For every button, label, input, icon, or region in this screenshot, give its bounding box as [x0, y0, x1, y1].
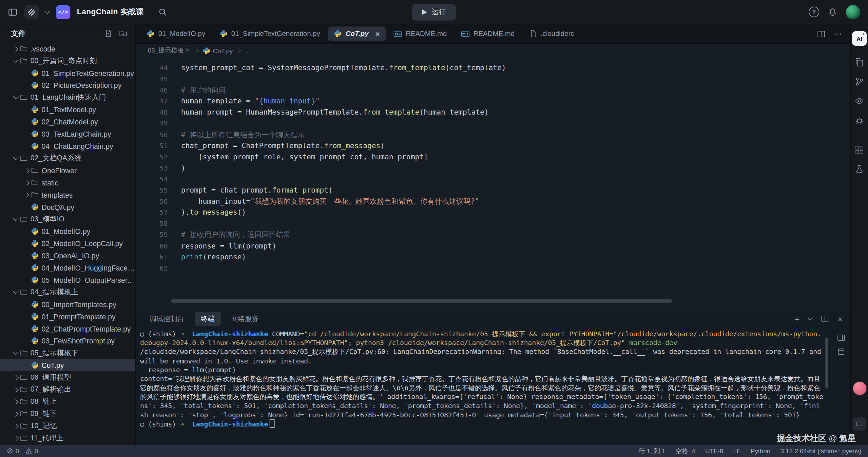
- editor-tab[interactable]: README.md: [387, 24, 454, 43]
- split-terminal-icon[interactable]: [821, 315, 829, 323]
- tree-item[interactable]: .vscode: [0, 43, 135, 55]
- tree-item[interactable]: 03_OpenAI_IO.py: [0, 250, 135, 262]
- editor-tab[interactable]: .cloudiderc: [522, 24, 581, 43]
- copy-files-icon[interactable]: [855, 56, 864, 68]
- close-panel-icon[interactable]: ×: [838, 315, 843, 323]
- preview-eye-icon[interactable]: [855, 95, 864, 107]
- panel-tab[interactable]: 网络服务: [225, 312, 265, 326]
- close-tab-icon[interactable]: ×: [375, 30, 380, 38]
- tree-item-label: 02_ModelIO_LoopCall.py: [41, 239, 122, 247]
- assistant-avatar-button[interactable]: [853, 382, 866, 395]
- breadcrumb-item[interactable]: 05_提示模板下: [148, 46, 190, 55]
- tree-item[interactable]: 07_解析输出: [0, 383, 135, 396]
- tree-item[interactable]: templates: [0, 189, 135, 201]
- tree-item[interactable]: 00_ImportTemplates.py: [0, 298, 135, 311]
- tree-item[interactable]: 01_SimpleTextGeneration.py: [0, 67, 135, 79]
- line-number: 44: [136, 62, 181, 74]
- tree-item[interactable]: 08_链上: [0, 396, 135, 408]
- ai-assistant-button[interactable]: AI✦: [852, 31, 867, 46]
- code-line: 50# 将以上所有信息结合为一个聊天提示: [136, 129, 850, 140]
- toggle-sidebar-icon[interactable]: [8, 7, 18, 17]
- tree-item[interactable]: 02_ChatModel.py: [0, 116, 135, 128]
- tree-item[interactable]: CoT.py: [0, 359, 135, 371]
- line-number: 59: [136, 229, 181, 240]
- editor-tab[interactable]: CoT.py×: [328, 26, 386, 41]
- terminal-line: ○ (shims) ➜ LangChain-shizhanke: [140, 419, 824, 429]
- new-folder-icon[interactable]: [119, 29, 127, 37]
- tree-item[interactable]: 01_TextModel.py: [0, 103, 135, 116]
- code-line: 56 human_input="我想为我的女朋友购买一些花。她喜欢粉色和紫色。你…: [136, 196, 850, 207]
- new-file-icon[interactable]: [104, 29, 112, 37]
- user-avatar[interactable]: [846, 5, 860, 19]
- tree-item[interactable]: 11_代理上: [0, 432, 135, 444]
- source-control-branch-icon[interactable]: [855, 75, 864, 87]
- tree-item[interactable]: static: [0, 177, 135, 189]
- explorer-header: 文件: [0, 24, 135, 43]
- panel-tab[interactable]: 终端: [195, 312, 221, 326]
- error-count[interactable]: 0: [7, 448, 19, 454]
- status-entry[interactable]: 行 1, 列 1: [639, 447, 666, 455]
- tree-item[interactable]: 02_ChatPromptTemplate.py: [0, 322, 135, 335]
- tree-item[interactable]: 03_模型IO: [0, 213, 135, 225]
- workspace-logo[interactable]: [24, 5, 39, 19]
- extensions-grid-icon[interactable]: [855, 143, 864, 156]
- tree-item[interactable]: 00_开篇词_奇点时刻: [0, 55, 135, 67]
- code-line: 59# 接收用户的询问，返回回答结果: [136, 229, 850, 240]
- editor-horizontal-scrollbar[interactable]: [171, 299, 672, 303]
- workspace-chevron-down-icon[interactable]: [44, 8, 50, 14]
- editor-tab[interactable]: README.md: [455, 24, 521, 43]
- status-entry[interactable]: LF: [733, 448, 741, 454]
- panel-tab[interactable]: 调试控制台: [143, 312, 190, 326]
- tree-item[interactable]: 04_ModelIO_HuggingFace.py: [0, 262, 135, 274]
- feedback-widget-button[interactable]: [853, 417, 866, 431]
- terminal-output[interactable]: ○ (shims) ➜ LangChain-shizhanke COMMAND=…: [136, 328, 850, 445]
- tree-item[interactable]: 02_文档QA系统: [0, 152, 135, 164]
- code-editor[interactable]: 44system_prompt_cot = SystemMessagePromp…: [136, 58, 850, 309]
- editor-tab[interactable]: 01_ModelIO.py: [140, 24, 212, 43]
- debug-bug-icon[interactable]: [855, 114, 864, 126]
- search-icon[interactable]: [158, 7, 167, 16]
- chevron-right-icon: [11, 388, 20, 391]
- run-button[interactable]: 运行: [412, 4, 456, 20]
- tree-item[interactable]: DocQA.py: [0, 201, 135, 213]
- tree-item[interactable]: 02_ModelIO_LoopCall.py: [0, 237, 135, 250]
- warning-count[interactable]: 0: [26, 448, 38, 454]
- tree-item[interactable]: 03_TextLangChain.py: [0, 128, 135, 140]
- tree-item[interactable]: 09_链下: [0, 408, 135, 420]
- tree-item[interactable]: 04_ChatLangChain.py: [0, 140, 135, 152]
- tree-item[interactable]: OneFlower: [0, 164, 135, 177]
- breadcrumb-item[interactable]: CoT.py: [202, 47, 233, 55]
- tree-item[interactable]: 10_记忆: [0, 420, 135, 432]
- tree-item-label: 04_ChatLangChain.py: [41, 142, 113, 150]
- terminal-tabs-view-icon[interactable]: [837, 334, 845, 342]
- help-icon[interactable]: ?: [809, 7, 819, 17]
- status-bar: 00 行 1, 列 1空格: 4UTF-8LFPython3.12.2 64-b…: [0, 445, 868, 457]
- breadcrumb-item[interactable]: ...: [245, 47, 250, 54]
- tree-item[interactable]: 06_调用模型: [0, 371, 135, 383]
- tree-item[interactable]: 05_ModelIO_OutputParser.py: [0, 274, 135, 286]
- tree-item[interactable]: 03_FewShotPrompt.py: [0, 335, 135, 347]
- more-actions-icon[interactable]: ⋯: [834, 29, 843, 39]
- terminal-dropdown-icon[interactable]: [808, 315, 813, 321]
- notifications-bell-icon[interactable]: [828, 7, 837, 16]
- status-entry[interactable]: 3.12.2 64-bit ('shims': pyenv): [780, 448, 862, 454]
- maximize-panel-icon[interactable]: [837, 347, 845, 356]
- status-entry[interactable]: Python: [751, 448, 770, 454]
- project-title[interactable]: LangChain 实战课: [77, 7, 144, 17]
- tree-item[interactable]: 01_PromptTemplate.py: [0, 311, 135, 323]
- new-terminal-icon[interactable]: +: [795, 315, 799, 323]
- tree-item[interactable]: 02_PictureDescription.py: [0, 79, 135, 91]
- tree-item[interactable]: 01_ModelIO.py: [0, 225, 135, 237]
- tree-item[interactable]: 05_提示模板下: [0, 347, 135, 359]
- tab-label: README.md: [474, 30, 515, 38]
- terminal-scrollbar[interactable]: [825, 338, 828, 388]
- status-entry[interactable]: 空格: 4: [675, 447, 695, 455]
- test-flask-icon[interactable]: [855, 163, 864, 175]
- editor-tab[interactable]: 01_SimpleTextGeneration.py: [213, 24, 327, 43]
- status-entry[interactable]: UTF-8: [705, 448, 723, 454]
- tree-item-label: 07_解析输出: [31, 384, 71, 394]
- tree-item[interactable]: 04_提示模板上: [0, 286, 135, 298]
- split-editor-icon[interactable]: [817, 29, 825, 38]
- line-number: 56: [136, 196, 181, 207]
- tree-item[interactable]: 01_LangChain快速入门: [0, 91, 135, 103]
